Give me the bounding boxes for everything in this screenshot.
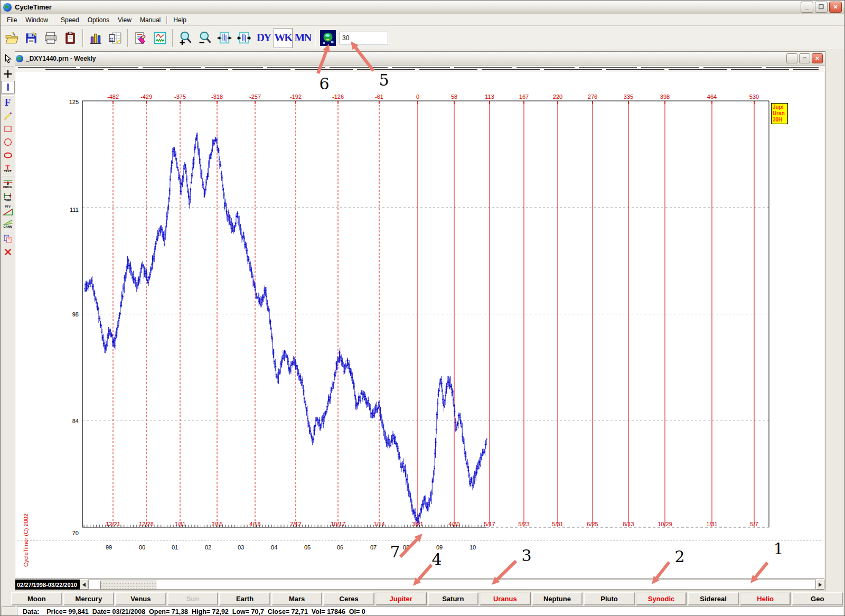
chart-client-area[interactable] bbox=[14, 72, 824, 578]
legend-line: 30H bbox=[773, 117, 786, 123]
zoom-in-button[interactable] bbox=[176, 28, 195, 48]
monthly-button[interactable]: MN bbox=[293, 28, 312, 48]
annotation-number-1: 1 bbox=[773, 541, 783, 557]
menu-item-file[interactable]: File bbox=[3, 15, 21, 25]
menu-separator bbox=[166, 16, 167, 24]
chart-close-button[interactable]: ✕ bbox=[812, 53, 823, 63]
gann-tool-button[interactable]: GANN bbox=[1, 217, 15, 230]
left-arrow-icon bbox=[80, 583, 86, 587]
chart-window: _DXY1440.prn - Weekly _ □ ✕ 02/27/1998-0… bbox=[13, 51, 825, 591]
text-tool-button[interactable]: TTEXT bbox=[1, 162, 15, 175]
price-tool-label: PRICE bbox=[3, 186, 12, 189]
scroll-left-button[interactable] bbox=[80, 580, 88, 590]
menu-bar: FileWindowSpeedOptionsViewManualHelp bbox=[1, 14, 844, 26]
planet-button-jupiter[interactable]: Jupiter bbox=[375, 592, 427, 605]
circle-button[interactable] bbox=[1, 136, 15, 148]
font-tool-button[interactable]: F bbox=[1, 96, 15, 109]
clipboard-button[interactable] bbox=[61, 28, 80, 48]
planet-button-synodic[interactable]: Synodic bbox=[636, 592, 687, 605]
annotation-number-7: 7 bbox=[390, 544, 400, 560]
main-toolbar: DY WK MN bbox=[1, 26, 844, 50]
annotation-number-3: 3 bbox=[521, 548, 531, 564]
planet-button-ceres[interactable]: Ceres bbox=[323, 592, 374, 605]
app-globe-icon bbox=[3, 3, 12, 12]
menu-item-view[interactable]: View bbox=[114, 15, 136, 25]
planet-cycles-button[interactable] bbox=[318, 28, 337, 48]
menu-item-help[interactable]: Help bbox=[169, 15, 191, 25]
planet-button-venus[interactable]: Venus bbox=[115, 592, 166, 605]
planet-button-saturn[interactable]: Saturn bbox=[428, 592, 479, 605]
toolbar-separator bbox=[127, 29, 128, 47]
print-button[interactable] bbox=[41, 28, 60, 48]
close-button[interactable]: ✕ bbox=[829, 2, 842, 13]
chart-window-titlebar[interactable]: _DXY1440.prn - Weekly _ □ ✕ bbox=[14, 52, 825, 66]
planet-button-sun[interactable]: Sun bbox=[167, 592, 219, 605]
menu-separator bbox=[54, 16, 55, 24]
weekly-label: WK bbox=[274, 31, 292, 44]
weekly-button[interactable]: WK bbox=[274, 28, 293, 48]
scroll-right-button[interactable] bbox=[816, 580, 824, 590]
gann-tool-label: GANN bbox=[3, 226, 12, 228]
delete-button[interactable] bbox=[1, 246, 15, 258]
price-tool-button[interactable]: PRICE bbox=[1, 178, 15, 190]
annotation-number-6: 6 bbox=[319, 76, 329, 92]
ptv-tool-button[interactable]: PTV bbox=[1, 204, 15, 217]
menu-item-options[interactable]: Options bbox=[83, 15, 114, 25]
time-tool-label: TIME bbox=[4, 199, 11, 202]
toolbar-separator bbox=[82, 29, 83, 47]
copy-button[interactable] bbox=[1, 232, 15, 245]
vertical-line-button[interactable] bbox=[1, 81, 15, 94]
planet-button-mercury[interactable]: Mercury bbox=[63, 592, 115, 605]
scrollbar-thumb[interactable] bbox=[100, 581, 156, 590]
menu-item-manual[interactable]: Manual bbox=[136, 15, 165, 25]
rectangle-button[interactable] bbox=[1, 123, 15, 135]
calculator-sheet-button[interactable] bbox=[106, 28, 125, 48]
planet-button-geo[interactable]: Geo bbox=[792, 592, 843, 605]
chart-scrollbar-row: 02/27/1998-03/22/2010 bbox=[14, 578, 824, 590]
palette-separator bbox=[2, 95, 14, 96]
planet-button-row: MoonMercuryVenusSunEarthMarsCeresJupiter… bbox=[11, 592, 843, 605]
planet-button-sidereal[interactable]: Sidereal bbox=[688, 592, 739, 605]
chart-maximize-button[interactable]: □ bbox=[799, 53, 810, 63]
bars-count-input[interactable] bbox=[340, 32, 388, 44]
wave-chart-button[interactable] bbox=[151, 28, 170, 48]
daily-button[interactable]: DY bbox=[254, 28, 273, 48]
crosshair-plus-button[interactable] bbox=[1, 68, 15, 80]
save-button[interactable] bbox=[22, 28, 41, 48]
ellipse-button[interactable] bbox=[1, 149, 15, 162]
compress-bars-button[interactable] bbox=[234, 28, 253, 48]
restore-button[interactable]: ❐ bbox=[815, 2, 828, 13]
planet-button-uranus[interactable]: Uranus bbox=[480, 592, 531, 605]
font-tool-label: F bbox=[5, 98, 11, 107]
planet-button-helio[interactable]: Helio bbox=[740, 592, 791, 605]
planet-button-pluto[interactable]: Pluto bbox=[584, 592, 635, 605]
status-grip bbox=[2, 606, 15, 616]
menu-item-speed[interactable]: Speed bbox=[57, 15, 83, 25]
toolbar-separator bbox=[172, 29, 173, 47]
palette-separator bbox=[2, 66, 14, 67]
menu-item-window[interactable]: Window bbox=[21, 15, 52, 25]
date-range-label: 02/27/1998-03/22/2010 bbox=[14, 580, 80, 590]
planet-button-mars[interactable]: Mars bbox=[271, 592, 323, 605]
annotation-number-5: 5 bbox=[379, 72, 389, 88]
minimize-button[interactable]: _ bbox=[801, 2, 813, 13]
main-titlebar[interactable]: CycleTimer _ ❐ ✕ bbox=[1, 1, 844, 14]
scrollbar-track[interactable] bbox=[88, 580, 816, 590]
expand-bars-button[interactable] bbox=[215, 28, 234, 48]
chart-window-icon bbox=[16, 55, 23, 62]
time-tool-button[interactable]: TIME bbox=[1, 191, 15, 203]
zoom-out-button[interactable] bbox=[195, 28, 214, 48]
status-bar: Data: Price= 99,841 Date= 03/21/2008 Ope… bbox=[1, 606, 844, 616]
palette-separator bbox=[2, 231, 14, 232]
eraser-document-button[interactable] bbox=[131, 28, 150, 48]
bar-chart-button[interactable] bbox=[86, 28, 105, 48]
planet-button-moon[interactable]: Moon bbox=[11, 592, 62, 605]
select-cursor-button[interactable] bbox=[1, 52, 15, 65]
planet-button-neptune[interactable]: Neptune bbox=[532, 592, 583, 605]
open-button[interactable] bbox=[2, 28, 21, 48]
chart-minimize-button[interactable]: _ bbox=[786, 53, 797, 63]
pencil-button[interactable] bbox=[1, 109, 15, 122]
monthly-label: MN bbox=[295, 31, 311, 44]
planet-button-earth[interactable]: Earth bbox=[219, 592, 270, 605]
text-tool-letter: T bbox=[5, 165, 10, 170]
